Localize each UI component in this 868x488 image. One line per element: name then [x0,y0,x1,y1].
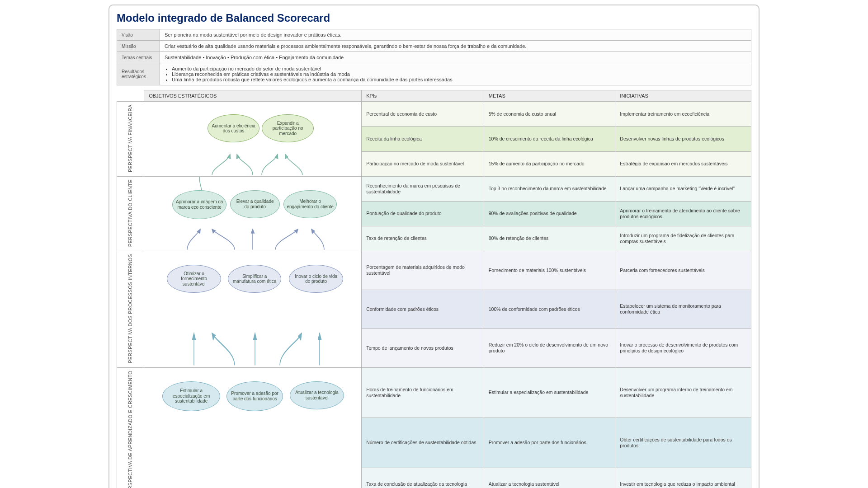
ini-cell: Parceria com fornecedores sustentáveis [615,251,751,290]
bsc-table: OBJETIVOS ESTRATÉGICOS KPIs METAS INICIA… [117,90,751,488]
scorecard-frame: Modelo integrado de Balanced Scorecard V… [108,5,760,488]
resultados-list: Aumento da participação no mercado do se… [165,66,746,82]
meta-cell: 100% de conformidade com padrões éticos [484,290,615,328]
meta-cell: Estimular a especialização em sustentabi… [484,367,615,418]
meta-cell: Fornecimento de materiais 100% sustentáv… [484,251,615,290]
resultados-cell: Aumento da participação no mercado do se… [160,63,751,85]
col-ini: INICIATIVAS [615,90,751,102]
perspective-processos-label: PERSPECTIVA DOS PROCESSOS INTERNOS [117,251,144,368]
temas-label: Temas centrais [117,52,160,63]
objective-oval: Elevar a qualidade do produto [230,190,280,218]
temas-text: Sustentabilidade • Inovação • Produção c… [160,52,751,63]
objective-oval: Expandir a participação no mercado [262,114,314,142]
ini-cell: Estabelecer um sistema de monitoramento … [615,290,751,328]
ini-cell: Introduzir um programa de fidelização de… [615,226,751,251]
objective-oval: Simplificar a manufatura com ética [228,265,281,293]
meta-table: VisãoSer pioneira na moda sustentável po… [117,29,751,85]
list-item: Aumento da participação no mercado do se… [172,66,746,71]
kpi-cell: Pontuação de qualidade do produto [362,201,484,226]
meta-cell: Atualizar a tecnologia sustentável [484,468,615,488]
resultados-label: Resultados estratégicos [117,63,160,85]
col-meta: METAS [484,90,615,102]
kpi-cell: Taxa de conclusão de atualização da tecn… [362,468,484,488]
meta-cell: 10% de crescimento da receita da linha e… [484,127,615,151]
objective-oval: Aumentar a eficiência dos custos [208,114,259,142]
col-kpi: KPIs [362,90,484,102]
missao-label: Missão [117,41,160,52]
page-title: Modelo integrado de Balanced Scorecard [117,12,751,24]
kpi-cell: Receita da linha ecológica [362,127,484,151]
meta-cell: Promover a adesão por parte dos funcioná… [484,418,615,468]
kpi-cell: Tempo de lançamento de novos produtos [362,328,484,367]
ini-cell: Lançar uma campanha de marketing "Verde … [615,176,751,201]
strategy-map-processos: Otimizar o fornecimento sustentável Simp… [144,251,362,368]
list-item: Uma linha de produtos robusta que reflet… [172,77,746,82]
kpi-cell: Horas de treinamento de funcionários em … [362,367,484,418]
missao-text: Criar vestuário de alta qualidade usando… [160,41,751,52]
kpi-cell: Conformidade com padrões éticos [362,290,484,328]
objective-oval: Otimizar o fornecimento sustentável [167,265,221,293]
ini-cell: Desenvolver novas linhas de produtos eco… [615,127,751,151]
kpi-cell: Reconhecimento da marca em pesquisas de … [362,176,484,201]
objective-oval: Inovar o ciclo de vida do produto [289,265,343,293]
ini-cell: Inovar o processo de desenvolvimento de … [615,328,751,367]
strategy-map-aprendizado: Estimular a especialização em sustentabi… [144,367,362,488]
ini-cell: Obter certificações de sustentabilidade … [615,418,751,468]
list-item: Liderança reconhecida em práticas criati… [172,71,746,77]
perspective-aprendizado-label: PERSPECTIVA DE APRENDIZADO E CRESCIMENTO [117,367,144,488]
strategy-map-cliente: Aprimorar a imagem da marca eco conscien… [144,176,362,251]
visao-text: Ser pioneira na moda sustentável por mei… [160,29,751,41]
perspective-cliente-label: PERSPECTIVA DO CLIENTE [117,176,144,251]
visao-label: Visão [117,29,160,41]
meta-cell: 15% de aumento da participação no mercad… [484,151,615,176]
meta-cell: Top 3 no reconhecimento da marca em sust… [484,176,615,201]
kpi-cell: Participação no mercado de moda sustentá… [362,151,484,176]
ini-cell: Implementar treinamento em ecoeficiência [615,102,751,127]
meta-cell: 90% de avaliações positivas de qualidade [484,201,615,226]
objective-oval: Atualizar a tecnologia sustentável [290,381,344,409]
perspective-financeira-label: PERSPECTIVA FINANCEIRA [117,102,144,177]
ini-cell: Aprimorar o treinamento de atendimento a… [615,201,751,226]
col-objectives: OBJETIVOS ESTRATÉGICOS [144,90,362,102]
ini-cell: Investir em tecnologia que reduza o impa… [615,468,751,488]
ini-cell: Estratégia de expansão em mercados suste… [615,151,751,176]
kpi-cell: Taxa de retenção de clientes [362,226,484,251]
meta-cell: 80% de retenção de clientes [484,226,615,251]
meta-cell: 5% de economia de custo anual [484,102,615,127]
objective-oval: Melhorar o engajamento do cliente [283,190,337,218]
meta-cell: Reduzir em 20% o ciclo de desenvolviment… [484,328,615,367]
kpi-cell: Percentual de economia de custo [362,102,484,127]
kpi-cell: Número de certificações de sustentabilid… [362,418,484,468]
arrows-icon [144,102,361,176]
ini-cell: Desenvolver um programa interno de trein… [615,367,751,418]
kpi-cell: Porcentagem de materiais adquiridos de m… [362,251,484,290]
strategy-map-financeira: Aumentar a eficiência dos custos Expandi… [144,102,362,177]
objective-oval: Estimular a especialização em sustentabi… [162,381,220,411]
objective-oval: Promover a adesão por parte dos funcioná… [226,381,283,411]
objective-oval: Aprimorar a imagem da marca eco conscien… [172,190,226,219]
